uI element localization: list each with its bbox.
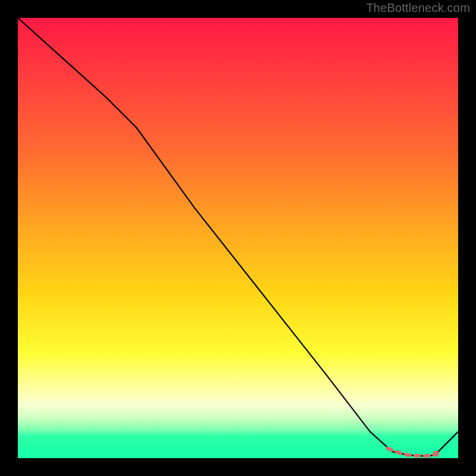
plot-area — [18, 18, 458, 458]
watermark-text: TheBottleneck.com — [366, 1, 470, 15]
chart-frame: TheBottleneck.com — [0, 0, 476, 476]
chart-svg — [18, 18, 458, 458]
bottleneck-curve-line — [18, 18, 458, 456]
end-marker-dot — [433, 451, 439, 457]
